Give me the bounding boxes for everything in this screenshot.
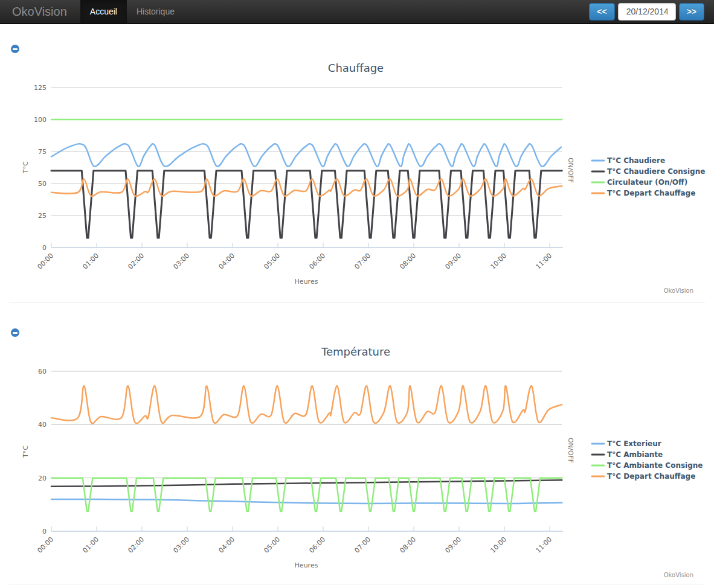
series-line xyxy=(51,499,562,503)
legend-item[interactable]: T°C Chaudiere Consigne xyxy=(592,167,705,176)
x-tick-label: 07:00 xyxy=(353,535,373,555)
y2-axis-title: ON/OFF xyxy=(567,158,574,183)
x-tick-label: 03:00 xyxy=(172,252,191,271)
x-axis-title: Heures xyxy=(295,561,318,569)
brand-logo[interactable]: OkoVision xyxy=(0,0,80,23)
x-tick-label: 02:00 xyxy=(127,252,146,271)
y-tick-label: 40 xyxy=(38,421,47,429)
x-tick-label: 09:00 xyxy=(444,252,463,271)
y-tick-label: 20 xyxy=(38,475,47,482)
tab-historique[interactable]: Historique xyxy=(127,0,184,23)
legend-item[interactable]: T°C Exterieur xyxy=(592,439,661,448)
chart-canvas: 020406000:0001:0002:0003:0004:0005:0006:… xyxy=(0,320,714,583)
legend-label: T°C Depart Chauffage xyxy=(607,472,695,481)
series-line xyxy=(51,144,561,167)
x-tick-label: 01:00 xyxy=(82,535,101,555)
y-tick-label: 60 xyxy=(38,368,47,375)
x-tick-label: 08:00 xyxy=(399,535,418,555)
x-tick-label: 04:00 xyxy=(217,535,237,555)
y-tick-label: 100 xyxy=(34,116,47,124)
legend-label: Circulateur (On/Off) xyxy=(607,178,687,187)
legend-label: T°C Chaudiere Consigne xyxy=(607,167,705,176)
nav-tabs: Accueil Historique xyxy=(80,0,184,23)
x-tick-label: 01:00 xyxy=(82,252,101,271)
date-prev-button[interactable]: << xyxy=(589,3,614,21)
y-tick-label: 125 xyxy=(34,84,47,92)
section-divider xyxy=(9,584,705,584)
legend-item[interactable]: T°C Depart Chauffage xyxy=(592,472,695,481)
legend-item[interactable]: T°C Chaudiere xyxy=(592,156,665,165)
legend-label: T°C Ambiante Consigne xyxy=(607,461,703,470)
y-tick-label: 0 xyxy=(42,528,47,535)
x-tick-label: 05:00 xyxy=(263,535,282,555)
y-tick-label: 0 xyxy=(42,244,47,252)
legend-label: T°C Chaudiere xyxy=(607,156,665,165)
x-tick-label: 11:00 xyxy=(535,252,554,271)
chart-canvas: 025507510012500:0001:0002:0003:0004:0005… xyxy=(0,57,714,299)
y-axis-title: T°C xyxy=(22,446,30,458)
y-tick-label: 50 xyxy=(38,180,47,188)
x-tick-label: 02:00 xyxy=(127,535,146,555)
legend-item[interactable]: T°C Depart Chauffage xyxy=(592,189,695,197)
x-tick-label: 06:00 xyxy=(308,535,327,555)
legend-item[interactable]: Circulateur (On/Off) xyxy=(592,178,687,187)
x-tick-label: 06:00 xyxy=(308,252,327,271)
series-line xyxy=(51,386,562,423)
x-tick-label: 03:00 xyxy=(172,535,191,555)
date-nav: << >> xyxy=(589,0,704,23)
x-tick-label: 04:00 xyxy=(217,252,237,271)
section-chauffage: 025507510012500:0001:0002:0003:0004:0005… xyxy=(0,24,714,302)
legend-label: T°C Exterieur xyxy=(607,439,661,448)
legend-item[interactable]: T°C Ambiante xyxy=(592,450,663,459)
date-input[interactable] xyxy=(618,3,676,21)
collapse-minus-circle-icon[interactable] xyxy=(11,45,19,53)
credits-label: OkoVision xyxy=(664,287,693,294)
date-next-button[interactable]: >> xyxy=(679,3,704,21)
y-axis-title: T°C xyxy=(22,161,30,174)
x-tick-label: 11:00 xyxy=(535,535,554,555)
series-line xyxy=(51,171,562,238)
y-tick-label: 75 xyxy=(38,148,47,156)
legend-label: T°C Ambiante xyxy=(607,450,663,459)
chauffage-chart: 025507510012500:0001:0002:0003:0004:0005… xyxy=(0,57,714,299)
x-tick-label: 10:00 xyxy=(489,535,509,555)
section-temperature: 020406000:0001:0002:0003:0004:0005:0006:… xyxy=(0,302,714,584)
x-tick-label: 09:00 xyxy=(444,535,463,555)
credits-label: OkoVision xyxy=(664,572,693,578)
chart-title: Chauffage xyxy=(328,62,384,74)
tab-accueil[interactable]: Accueil xyxy=(80,0,127,23)
legend-label: T°C Depart Chauffage xyxy=(607,189,695,197)
x-tick-label: 07:00 xyxy=(353,252,373,271)
x-tick-label: 08:00 xyxy=(399,252,418,271)
x-tick-label: 05:00 xyxy=(263,252,282,271)
x-tick-label: 10:00 xyxy=(489,252,509,271)
temperature-chart: 020406000:0001:0002:0003:0004:0005:0006:… xyxy=(0,320,714,583)
x-axis-title: Heures xyxy=(295,278,318,286)
legend-item[interactable]: T°C Ambiante Consigne xyxy=(592,461,703,470)
y2-axis-title: ON/OFF xyxy=(567,438,574,463)
chart-title: Température xyxy=(321,345,390,358)
x-tick-label: 00:00 xyxy=(36,252,56,271)
x-tick-label: 00:00 xyxy=(36,535,56,555)
y-tick-label: 25 xyxy=(38,212,47,220)
navbar: OkoVision Accueil Historique << >> xyxy=(0,0,714,24)
